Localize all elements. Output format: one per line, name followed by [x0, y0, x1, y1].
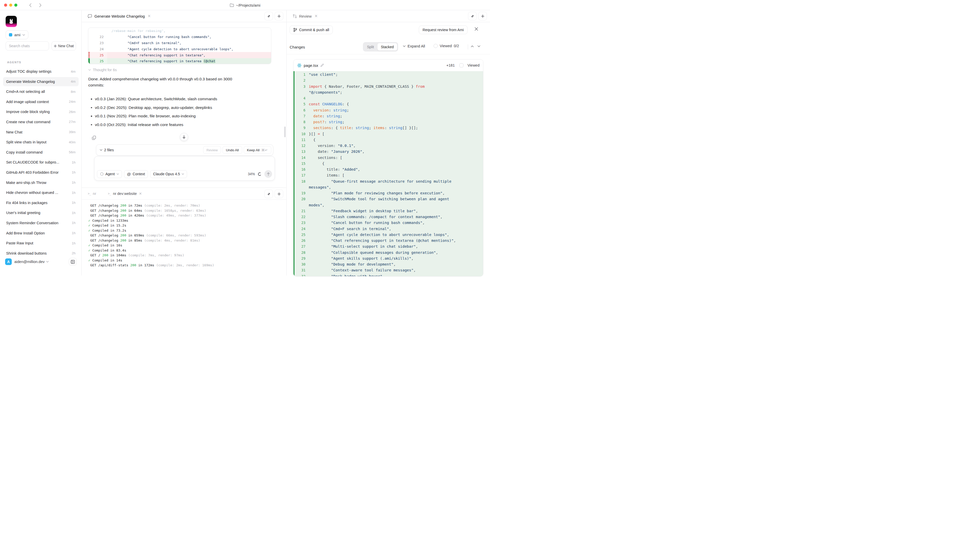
inline-diff-card: /rebase-main for rebasing",22 "Cancel bu… — [88, 27, 271, 64]
commit-push-all-button[interactable]: Commit & push all — [290, 25, 333, 34]
chat-title: GitHub API 403 Forbidden Error — [6, 170, 70, 175]
expand-icon — [471, 14, 474, 18]
code-line: 8 post?: string; — [294, 119, 483, 125]
file-diff-code: 1"use client";23import { Navbar, Footer,… — [293, 71, 483, 275]
sidebar-chat-item[interactable]: User's initial greeting1h — [3, 208, 79, 218]
sidebar-chat-item[interactable]: Paste Raw Input1h — [3, 238, 79, 248]
react-icon — [297, 63, 302, 68]
new-terminal-button[interactable] — [275, 189, 283, 198]
file-diff-header[interactable]: page.tsx +181 Viewed — [293, 59, 483, 71]
next-change-button[interactable] — [477, 45, 480, 47]
sidebar-chat-item[interactable]: Hide chevron without queued ...1h — [3, 188, 79, 197]
line-number: 32 — [294, 273, 309, 276]
close-tab-icon[interactable]: ✕ — [139, 192, 142, 196]
model-selector[interactable]: Claude Opus 4.5 — [150, 170, 187, 178]
close-icon — [474, 27, 478, 31]
sidebar-chat-item[interactable]: System Reminder Conversation1h — [3, 218, 79, 227]
expand-icon — [267, 14, 270, 18]
line-number: 15 — [294, 161, 309, 167]
tab-generate-website-changelog[interactable]: Generate Website Changelog ✕ — [82, 14, 151, 18]
tab-review[interactable]: Review ✕ — [286, 14, 318, 18]
sidebar-chat-item[interactable]: Generate Website Changelog4m — [3, 77, 79, 86]
expand-terminal-button[interactable] — [264, 189, 273, 198]
copy-message-button[interactable] — [92, 136, 96, 140]
arrow-down-icon — [183, 135, 186, 139]
line-number: 18 — [294, 179, 309, 191]
close-review-icon[interactable] — [474, 27, 478, 31]
expand-panel-button[interactable] — [468, 12, 477, 21]
composer[interactable]: Agent @ Context Claude Opus 4.5 34% — [94, 156, 275, 181]
request-review-button[interactable]: Request review from Ami — [419, 25, 468, 34]
chat-title: User's initial greeting — [6, 211, 70, 215]
search-input[interactable] — [6, 41, 49, 51]
diff-view-segmented-control[interactable]: Split Stacked — [363, 42, 398, 52]
sidebar-chat-item[interactable]: GitHub API 403 Forbidden Error1h — [3, 168, 79, 177]
files-expander[interactable]: 2 files — [100, 148, 114, 152]
new-tab-button[interactable] — [275, 12, 283, 21]
sidebar-chat-item[interactable]: Create new chat command27m — [3, 118, 79, 127]
chevron-down-icon — [22, 34, 25, 36]
viewed-checkbox[interactable] — [460, 63, 463, 67]
account-row[interactable]: A aiden@million.dev — [3, 257, 79, 267]
context-button[interactable]: @ Context — [124, 170, 148, 178]
code-line: 19 "Plan mode for reviewing changes befo… — [294, 190, 483, 196]
sidebar-chat-item[interactable]: Cmd+A not selecting all8m — [3, 87, 79, 96]
sidebar-chat-item[interactable]: Add image upload context24m — [3, 97, 79, 106]
arrow-up-icon — [267, 172, 270, 176]
sidebar-chat-item[interactable]: Fix 404 links in packages1h — [3, 198, 79, 207]
sidebar-chat-item[interactable]: New Chat39m — [3, 127, 79, 137]
send-button[interactable] — [264, 170, 272, 178]
shortcut-hint: ⌘↵ — [261, 148, 268, 152]
chat-scrollbar-thumb[interactable] — [284, 127, 286, 137]
review-button[interactable]: Review — [203, 146, 221, 154]
new-tab-button[interactable] — [478, 12, 487, 21]
line-number: 27 — [294, 244, 309, 249]
sidebar-chat-item[interactable]: Split view chats in layout40m — [3, 138, 79, 147]
expand-all-button[interactable]: Expand All — [403, 44, 425, 48]
chat-title: Paste Raw Input — [6, 241, 70, 245]
sidebar-chat-item[interactable]: Add Brew Install Option1h — [3, 229, 79, 238]
previous-change-button[interactable] — [471, 45, 474, 47]
panel-collapse-icon — [71, 260, 75, 264]
chat-time: 1h — [72, 241, 76, 245]
code-line: 11 { — [294, 137, 483, 143]
code-line: 4 — [294, 95, 483, 101]
word-diff-highlight: (@chat — [204, 59, 215, 63]
agents-section-label: AGENTS — [7, 61, 21, 64]
line-number: 2 — [294, 78, 309, 83]
workspace-switcher[interactable]: ami — [6, 30, 28, 39]
terminal-line: ✓ Compiled in 14s — [88, 258, 284, 263]
chevron-down-icon — [88, 69, 91, 71]
stacked-option[interactable]: Stacked — [377, 43, 397, 51]
terminal-line: GET /api/diff-stats 200 in 172ms (compil… — [88, 263, 284, 268]
new-chat-button[interactable]: New Chat — [52, 41, 76, 51]
tab-title: Generate Website Changelog — [94, 14, 145, 18]
terminal-tab-nr-dev-website[interactable]: >_ nr dev:website ✕ — [108, 192, 142, 196]
thought-toggle[interactable]: Thought for 6s — [88, 68, 117, 72]
undo-all-button[interactable]: Undo All — [223, 146, 242, 154]
split-option[interactable]: Split — [364, 45, 377, 49]
sidebar-chat-item[interactable]: Make ami-ship.sh Throw1h — [3, 178, 79, 187]
close-tab-icon[interactable]: ✕ — [148, 14, 151, 18]
line-number: 14 — [294, 155, 309, 161]
avatar: A — [5, 259, 12, 265]
keep-all-button[interactable]: Keep All ⌘↵ — [244, 146, 271, 154]
chat-title: Add image upload context — [6, 100, 67, 104]
edit-pencil-icon[interactable] — [320, 64, 324, 67]
sidebar-chat-item[interactable]: Adjust TOC display settings4m — [3, 67, 79, 76]
scroll-to-bottom-button[interactable] — [180, 133, 188, 141]
sidebar-chat-item[interactable]: Improve code block styling26m — [3, 107, 79, 116]
copy-icon — [92, 136, 96, 140]
mode-selector[interactable]: Agent — [97, 170, 122, 178]
terminal-tab-nr[interactable]: >_ nr — [88, 192, 96, 196]
line-number: 12 — [294, 143, 309, 149]
review-panel: Review ✕ Commit & push all Request revie… — [286, 10, 490, 275]
close-tab-icon[interactable]: ✕ — [314, 14, 318, 18]
sidebar-chat-item[interactable]: Copy install command56m — [3, 148, 79, 157]
chat-bubble-icon — [88, 14, 92, 18]
collapse-sidebar-button[interactable] — [69, 258, 76, 265]
diff-row: 25 "Chat referencing support in textarea… — [88, 58, 271, 64]
sidebar-chat-item[interactable]: Set CLAUDECODE for subpro...1h — [3, 158, 79, 167]
chat-time: 39m — [69, 130, 76, 134]
expand-panel-button[interactable] — [264, 12, 273, 21]
